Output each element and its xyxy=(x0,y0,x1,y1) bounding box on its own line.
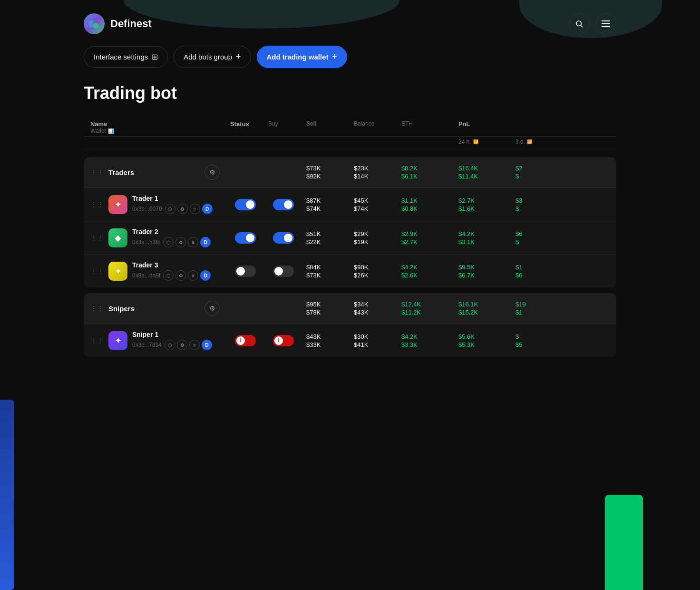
trader-row-trader-2: ⋮⋮◆Trader 20x3a...53fb⬡⚙≡D$51K$22K$29K$1… xyxy=(84,221,616,254)
drag-handle[interactable]: ⋮⋮ xyxy=(90,234,104,242)
trader-data-cell: $$5 xyxy=(512,331,550,350)
interface-settings-label: Interface settings xyxy=(94,53,148,61)
add-trading-wallet-button[interactable]: Add trading wallet + xyxy=(257,46,348,68)
layers-icon[interactable]: ≡ xyxy=(190,204,200,214)
drag-handle[interactable]: ⋮⋮ xyxy=(90,305,104,312)
add-bots-group-button[interactable]: Add bots group + xyxy=(174,46,251,68)
toggle[interactable] xyxy=(273,199,294,210)
chart-icon-24h: 📶 xyxy=(473,139,478,144)
bg-decoration-blue xyxy=(0,400,14,590)
toggle[interactable] xyxy=(273,266,294,277)
toggle-container xyxy=(269,232,298,244)
bar-chart-icon: 📊 xyxy=(108,128,114,134)
group-data-cell: $73K$92K xyxy=(302,163,350,182)
settings-icon[interactable]: ⚙ xyxy=(175,270,186,281)
trader-profile-icon[interactable]: D xyxy=(200,270,211,281)
menu-button[interactable] xyxy=(595,13,616,34)
interface-settings-icon: ⊞ xyxy=(152,52,158,61)
group-data-cell: $23K$14K xyxy=(350,163,398,182)
header: Definest xyxy=(84,0,616,46)
trader-data-cell: $4.2K$3.3K xyxy=(398,331,455,350)
app-name: Definest xyxy=(110,18,152,30)
trader-profile-icon[interactable]: D xyxy=(200,237,211,247)
trader-data-cell: $90K$26K xyxy=(350,262,398,281)
trader-data-cell: $2.7K$1.6K xyxy=(455,195,512,214)
th-pnl: PnL xyxy=(455,120,512,134)
trader-row-trader-3: ⋮⋮✦Trader 30x8a...da9f⬡⚙≡D$84K$73K$90K$2… xyxy=(84,254,616,287)
layers-icon[interactable]: ≡ xyxy=(188,270,198,281)
trader-data-cell: $2.9K$2.7K xyxy=(398,228,455,247)
header-left: Definest xyxy=(84,13,152,34)
group-data-cell: $19$1 xyxy=(512,299,550,318)
chain-icon[interactable]: ⬡ xyxy=(165,204,175,214)
toggle[interactable] xyxy=(273,232,294,244)
trader-data-cell: $4.2K$3.1K xyxy=(455,228,512,247)
chain-icon[interactable]: ⬡ xyxy=(165,340,175,350)
toggle[interactable]: i xyxy=(235,335,256,346)
trader-action-icons: ⬡⚙≡D xyxy=(165,340,212,350)
toggle-container xyxy=(231,199,260,210)
svg-point-2 xyxy=(93,23,99,29)
group-row-traders: ⋮⋮Traders⚙$73K$92K$23K$14K$8.2K$6.1K$16.… xyxy=(84,157,616,187)
trader-profile-icon[interactable]: D xyxy=(202,204,213,214)
trader-avatar: ✦ xyxy=(108,262,127,281)
drag-handle[interactable]: ⋮⋮ xyxy=(90,267,104,275)
th-sell: Sell xyxy=(302,120,350,134)
drag-handle[interactable]: ⋮⋮ xyxy=(90,337,104,344)
trader-data-cell: $45K$74K xyxy=(350,195,398,214)
trader-data-cell: $4.2K$2.6K xyxy=(398,262,455,281)
layers-icon[interactable]: ≡ xyxy=(189,340,200,350)
trader-data-cell: $9.5K$6.7K xyxy=(455,262,512,281)
trader-action-icons: ⬡⚙≡D xyxy=(163,237,211,247)
toggle[interactable] xyxy=(235,199,256,210)
svg-line-4 xyxy=(581,25,583,27)
layers-icon[interactable]: ≡ xyxy=(188,237,198,247)
trader-data-cell: $3$ xyxy=(512,195,550,214)
toggle[interactable] xyxy=(235,232,256,244)
trader-data-cell: $5.6K$5.3K xyxy=(455,331,512,350)
toolbar: Interface settings ⊞ Add bots group + Ad… xyxy=(84,46,616,83)
trader-profile-icon[interactable]: D xyxy=(202,340,212,350)
group-settings-button[interactable]: ⚙ xyxy=(204,165,220,180)
trader-data-cell: $29K$19K xyxy=(350,228,398,247)
trader-address: 0x3a...53fb xyxy=(132,239,160,246)
trader-row-trader-1: ⋮⋮✦Trader 10x3b...0070⬡⚙≡D$87K$74K$45K$7… xyxy=(84,187,616,221)
group-data-cell: $2$ xyxy=(512,163,550,182)
chain-icon[interactable]: ⬡ xyxy=(163,237,174,247)
logo-icon xyxy=(84,13,105,34)
toggle-container xyxy=(269,199,298,210)
group-name: Snipers xyxy=(108,305,135,313)
settings-icon[interactable]: ⚙ xyxy=(175,237,186,247)
trader-data-cell: $1.1K$0.8K xyxy=(398,195,455,214)
trading-table-container: Name Wallet 📊 Status Buy Sell Balance ET… xyxy=(84,117,616,357)
trader-data-cell: $87K$74K xyxy=(302,195,350,214)
trader-data-cell: $6$ xyxy=(512,228,550,247)
group-settings-button[interactable]: ⚙ xyxy=(204,301,220,316)
toggle[interactable]: i xyxy=(273,335,294,346)
group-data-cell: $16.1K$15.2K xyxy=(455,299,512,318)
groups-container: ⋮⋮Traders⚙$73K$92K$23K$14K$8.2K$6.1K$16.… xyxy=(84,151,616,357)
chart-icon-3d: 📶 xyxy=(527,139,532,144)
search-button[interactable] xyxy=(569,13,590,34)
trader-name: Trader 2 xyxy=(132,228,220,236)
svg-point-3 xyxy=(576,21,582,26)
settings-icon[interactable]: ⚙ xyxy=(177,340,187,350)
group-data-cell: $8.2K$6.1K xyxy=(398,163,455,182)
add-bots-group-label: Add bots group xyxy=(184,53,232,61)
toggle[interactable] xyxy=(235,266,256,277)
trader-data-cell: $1$6 xyxy=(512,262,550,281)
trader-name: Trader 3 xyxy=(132,261,220,269)
table-sub-headers: 24 h. 📶 3 d. 📶 xyxy=(84,137,616,151)
page-title: Trading bot xyxy=(84,83,616,103)
trader-action-icons: ⬡⚙≡D xyxy=(165,204,213,214)
interface-settings-button[interactable]: Interface settings ⊞ xyxy=(84,46,168,68)
drag-handle[interactable]: ⋮⋮ xyxy=(90,201,104,208)
chain-icon[interactable]: ⬡ xyxy=(163,270,174,281)
toggle-container xyxy=(231,232,260,244)
trader-avatar: ◆ xyxy=(108,228,127,247)
toggle-container: i xyxy=(231,335,260,346)
toggle-container: i xyxy=(269,335,298,346)
add-trading-wallet-label: Add trading wallet xyxy=(267,53,329,61)
drag-handle[interactable]: ⋮⋮ xyxy=(90,168,104,176)
settings-icon[interactable]: ⚙ xyxy=(177,204,188,214)
